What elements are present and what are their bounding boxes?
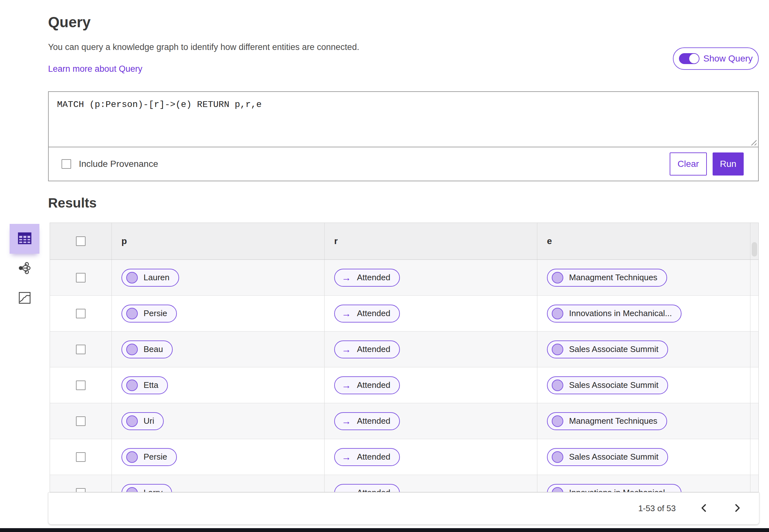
column-header-p[interactable]: p <box>121 236 127 246</box>
graph-view-button[interactable] <box>10 254 39 283</box>
entity-pill[interactable]: Managment Techniques <box>547 412 667 430</box>
relation-pill[interactable]: → Attended <box>334 340 400 358</box>
relation-pill[interactable]: → Attended <box>334 376 400 394</box>
show-query-label: Show Query <box>703 53 753 64</box>
scrollbar-gutter <box>750 367 758 403</box>
map-chart-icon <box>19 292 31 305</box>
query-actions: Clear Run <box>670 152 744 176</box>
relation-arrow-icon: → <box>339 416 351 426</box>
scrollbar-gutter <box>750 331 758 367</box>
chevron-right-icon <box>733 504 741 513</box>
column-header-e[interactable]: e <box>547 236 552 246</box>
vertical-scrollbar[interactable] <box>752 242 757 257</box>
relation-arrow-icon: → <box>339 345 351 354</box>
relation-pill[interactable]: → Attended <box>334 305 400 323</box>
relation-arrow-icon: → <box>339 381 351 390</box>
entity-pill[interactable]: Lauren <box>121 269 179 287</box>
table-row: Beau → Attended Sales Associate Summit <box>50 331 758 367</box>
scrollbar-gutter <box>750 296 758 331</box>
row-checkbox[interactable] <box>76 416 86 426</box>
toggle-switch-icon[interactable] <box>679 53 699 64</box>
table-body: Lauren → Attended Managment Techniques P… <box>50 260 758 492</box>
entity-pill[interactable]: Etta <box>121 376 168 394</box>
row-checkbox[interactable] <box>76 273 86 282</box>
table-row: Uri → Attended Managment Techniques <box>50 403 758 439</box>
query-editor: MATCH (p:Person)-[r]->(e) RETURN p,r,e <box>49 92 758 147</box>
entity-pill[interactable]: Uri <box>121 412 164 430</box>
relation-pill[interactable]: → Attended <box>334 269 400 287</box>
toggle-knob <box>689 54 699 63</box>
entity-pill[interactable]: Beau <box>121 340 173 358</box>
entity-pill[interactable]: Larry <box>121 484 172 492</box>
pagination-bar: 1-53 of 53 <box>48 492 759 525</box>
row-checkbox[interactable] <box>76 452 86 462</box>
prev-page-button[interactable] <box>699 503 709 514</box>
row-checkbox[interactable] <box>76 381 86 390</box>
entity-pill[interactable]: Sales Associate Summit <box>547 448 668 466</box>
next-page-button[interactable] <box>732 503 742 514</box>
select-all-checkbox[interactable] <box>76 236 86 246</box>
page-title: Query <box>48 13 91 31</box>
include-provenance-checkbox[interactable] <box>61 159 71 169</box>
circle-node-icon <box>126 344 138 355</box>
clear-button[interactable]: Clear <box>670 152 707 176</box>
relation-arrow-icon: → <box>339 488 351 492</box>
query-page: Query You can query a knowledge graph to… <box>0 0 769 532</box>
query-panel: MATCH (p:Person)-[r]->(e) RETURN p,r,e I… <box>48 91 759 181</box>
relation-arrow-icon: → <box>339 452 351 462</box>
circle-node-icon <box>126 415 138 427</box>
table-row: Persie → Attended Sales Associate Summit <box>50 439 758 475</box>
include-provenance[interactable]: Include Provenance <box>61 159 158 169</box>
include-provenance-label: Include Provenance <box>79 159 158 169</box>
scrollbar-gutter <box>750 403 758 439</box>
entity-pill[interactable]: Sales Associate Summit <box>547 376 668 394</box>
table-row: Etta → Attended Sales Associate Summit <box>50 367 758 403</box>
window-bottom-edge <box>0 528 769 532</box>
circle-node-icon <box>126 380 138 391</box>
results-table: p r e Lauren → Attended Managment Techni… <box>50 223 759 492</box>
query-footer: Include Provenance Clear Run <box>49 147 758 181</box>
row-checkbox[interactable] <box>76 309 86 318</box>
entity-pill[interactable]: Persie <box>121 448 177 466</box>
entity-pill[interactable]: Innovations in Mechanical... <box>547 484 682 492</box>
circle-node-icon <box>552 380 563 391</box>
entity-pill[interactable]: Managment Techniques <box>547 269 667 287</box>
scrollbar-gutter <box>750 475 758 492</box>
pagination-range: 1-53 of 53 <box>638 503 676 513</box>
chevron-left-icon <box>700 504 708 513</box>
circle-node-icon <box>552 451 563 463</box>
results-title: Results <box>48 195 97 211</box>
entity-pill[interactable]: Persie <box>121 305 177 323</box>
row-checkbox[interactable] <box>76 488 86 492</box>
entity-pill[interactable]: Innovations in Mechanical... <box>547 305 682 323</box>
circle-node-icon <box>126 487 138 492</box>
table-header: p r e <box>50 223 758 260</box>
table-icon <box>18 232 32 245</box>
map-view-button[interactable] <box>10 283 39 313</box>
table-row: Larry → Attended Innovations in Mechanic… <box>50 475 758 492</box>
relation-pill[interactable]: → Attended <box>334 412 400 430</box>
circle-node-icon <box>552 415 563 427</box>
show-query-toggle[interactable]: Show Query <box>673 47 759 70</box>
circle-node-icon <box>126 308 138 319</box>
relation-pill[interactable]: → Attended <box>334 448 400 466</box>
table-row: Persie → Attended Innovations in Mechani… <box>50 296 758 331</box>
circle-node-icon <box>552 487 563 492</box>
circle-node-icon <box>126 451 138 463</box>
table-row: Lauren → Attended Managment Techniques <box>50 260 758 296</box>
view-switcher <box>10 224 39 313</box>
table-view-button[interactable] <box>10 224 39 254</box>
row-checkbox[interactable] <box>76 345 86 354</box>
circle-node-icon <box>552 308 563 319</box>
relation-pill[interactable]: → Attended <box>334 484 400 492</box>
circle-node-icon <box>552 344 563 355</box>
page-description: You can query a knowledge graph to ident… <box>48 42 359 52</box>
relation-arrow-icon: → <box>339 309 351 318</box>
column-header-r[interactable]: r <box>334 236 338 246</box>
learn-more-link[interactable]: Learn more about Query <box>48 64 142 74</box>
circle-node-icon <box>552 272 563 283</box>
circle-node-icon <box>126 272 138 283</box>
query-input[interactable]: MATCH (p:Person)-[r]->(e) RETURN p,r,e <box>49 92 758 147</box>
entity-pill[interactable]: Sales Associate Summit <box>547 340 668 358</box>
run-button[interactable]: Run <box>713 152 744 176</box>
